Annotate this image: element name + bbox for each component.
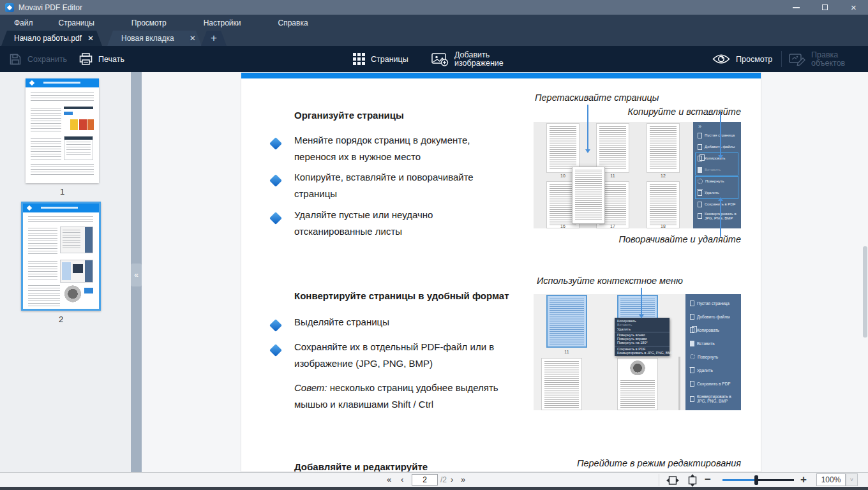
- print-icon: [79, 53, 93, 66]
- add-image-button[interactable]: Добавить изображение: [431, 46, 504, 72]
- view-mode-button[interactable]: Просмотр: [712, 46, 772, 72]
- bullet-text: Меняйте порядок страниц в документе, пер…: [294, 132, 537, 165]
- tip-text: Совет: несколько страниц удобнее выделят…: [294, 380, 537, 413]
- last-page-button[interactable]: »: [461, 475, 465, 484]
- movavi-pdf-editor-window: Movavi PDF Editor × Файл Страницы Просмо…: [0, 0, 868, 490]
- thumb-header: [23, 204, 99, 212]
- document-viewer: Организуйте страницы Меняйте порядок стр…: [142, 72, 868, 472]
- illustration-pages-view: 10 11 12 16 17 18 » Пуста: [534, 122, 741, 228]
- mini-side-panel: » Пустая страница Добавить файлы Копиров…: [693, 122, 741, 228]
- menu-view[interactable]: Просмотр: [119, 15, 179, 31]
- fit-page-button[interactable]: [688, 474, 697, 487]
- pages-grid-icon: [353, 53, 365, 65]
- menu-pages[interactable]: Страницы: [46, 15, 107, 31]
- diamond-bullet-icon: [269, 212, 282, 225]
- menu-file[interactable]: Файл: [1, 15, 46, 31]
- diamond-bullet-icon: [269, 137, 282, 150]
- section-heading: Организуйте страницы: [294, 110, 404, 121]
- statusbar: « ‹ /2 › » − + 100% ˅: [0, 472, 868, 487]
- bullet-text: Сохраняйте их в отдельный PDF-файл или в…: [294, 339, 537, 372]
- window-bottom-edge: [0, 487, 868, 490]
- workspace: 1 2: [0, 72, 868, 472]
- zoom-slider-fill: [722, 479, 756, 481]
- page-2-thumbnail-selected[interactable]: [21, 202, 101, 311]
- movavi-logo-icon: [5, 3, 14, 12]
- pages-button[interactable]: Страницы: [353, 46, 408, 72]
- print-label: Печать: [98, 55, 124, 64]
- page-1-label: 1: [26, 187, 99, 197]
- mini-context-menu: Копировать Вставить Удалить Повернуть вл…: [615, 318, 670, 356]
- caption-edit-mode: Перейдите в режим редактирования: [534, 458, 741, 468]
- caption-drag-pages: Перетаскивайте страницы: [535, 93, 659, 103]
- close-button[interactable]: ×: [839, 0, 868, 15]
- zoom-slider-handle[interactable]: [754, 475, 758, 485]
- eye-icon: [712, 53, 730, 65]
- first-page-button[interactable]: «: [387, 475, 391, 484]
- save-button[interactable]: Сохранить: [9, 46, 67, 72]
- close-icon: ×: [851, 3, 857, 12]
- bullet-text: Удаляйте пустые или неудачно отсканирова…: [294, 207, 537, 240]
- total-pages-label: /2: [440, 475, 447, 484]
- next-page-button[interactable]: ›: [451, 475, 453, 484]
- mini-page-number: 16: [546, 224, 580, 228]
- mini-side-panel: Пустая страница Добавить файлы Копироват…: [685, 294, 741, 410]
- tab-label: Начало работы.pdf: [14, 34, 82, 43]
- diamond-bullet-icon: [269, 174, 282, 187]
- restore-button[interactable]: [811, 0, 839, 15]
- annotation-arrow-down-icon: [641, 288, 642, 315]
- chevron-down-icon: ˅: [850, 477, 853, 483]
- zoom-level-value[interactable]: 100%: [816, 473, 846, 486]
- toolbar-separator: [781, 51, 782, 67]
- zoom-out-button[interactable]: −: [705, 473, 711, 486]
- menubar: Файл Страницы Просмотр Настройки Справка: [0, 15, 868, 31]
- page-header-bar: [241, 73, 761, 78]
- mini-page-number: 18: [647, 224, 680, 228]
- add-image-label-line1: Добавить: [454, 51, 504, 59]
- tab-close-icon[interactable]: ✕: [87, 34, 94, 42]
- illustration-context-menu: 11 Копировать Вставить Удалить Повернуть…: [534, 294, 741, 410]
- edit-objects-label-line1: Правка: [811, 51, 845, 59]
- pages-label: Страницы: [371, 55, 408, 64]
- tip-prefix: Совет:: [294, 382, 327, 393]
- zoom-dropdown-button[interactable]: ˅: [846, 473, 858, 486]
- diamond-bullet-icon: [269, 319, 282, 332]
- new-tab-button[interactable]: +: [201, 31, 227, 46]
- tab-new[interactable]: Новая вкладка ✕: [107, 31, 202, 46]
- vertical-scrollbar-thumb[interactable]: [863, 246, 867, 338]
- caption-copy-paste: Копируйте и вставляйте: [534, 107, 741, 117]
- current-page-input[interactable]: [412, 474, 438, 486]
- tab-active-document[interactable]: Начало работы.pdf ✕: [1, 31, 102, 46]
- mini-page-number: 12: [647, 174, 680, 178]
- collapse-panel-button[interactable]: «: [131, 264, 142, 286]
- section-heading: Добавляйте и редактируйте: [294, 461, 428, 472]
- add-image-icon: [431, 52, 449, 66]
- menu-settings[interactable]: Настройки: [191, 15, 254, 31]
- edit-objects-label-line2: объектов: [811, 59, 845, 68]
- zoom-slider[interactable]: [722, 479, 794, 481]
- previous-page-button[interactable]: ‹: [401, 475, 403, 484]
- menu-help[interactable]: Справка: [266, 15, 321, 31]
- statusbar-separator: [659, 474, 659, 486]
- bullet-text: Выделяйте страницы: [294, 314, 537, 330]
- page-1-thumbnail[interactable]: [26, 78, 99, 183]
- annotation-arrow-up-icon: [720, 201, 721, 237]
- panel-splitter[interactable]: «: [131, 72, 142, 472]
- save-label: Сохранить: [27, 55, 67, 64]
- zoom-in-button[interactable]: +: [800, 473, 807, 486]
- mini-page-number: 11: [546, 350, 587, 354]
- bullet-text: Копируйте, вставляйте и поворачивайте ст…: [294, 169, 537, 202]
- minimize-icon: [793, 7, 800, 8]
- edit-objects-button[interactable]: Правка объектов: [789, 46, 845, 72]
- toolbar: Сохранить Печать Страницы: [0, 46, 868, 72]
- caption-context-menu: Используйте контекстное меню: [537, 276, 683, 286]
- diamond-bullet-icon: [269, 344, 282, 357]
- caption-rotate-delete: Поворачивайте и удаляйте: [534, 234, 741, 244]
- annotation-arrow-down-icon: [587, 105, 588, 149]
- view-mode-label: Просмотр: [736, 55, 772, 64]
- minimize-button[interactable]: [782, 0, 811, 15]
- tab-close-icon[interactable]: ✕: [190, 34, 196, 42]
- fit-width-button[interactable]: [666, 476, 679, 485]
- page-2-label: 2: [21, 315, 101, 324]
- print-button[interactable]: Печать: [79, 46, 124, 72]
- mini-page-number: 17: [596, 224, 629, 228]
